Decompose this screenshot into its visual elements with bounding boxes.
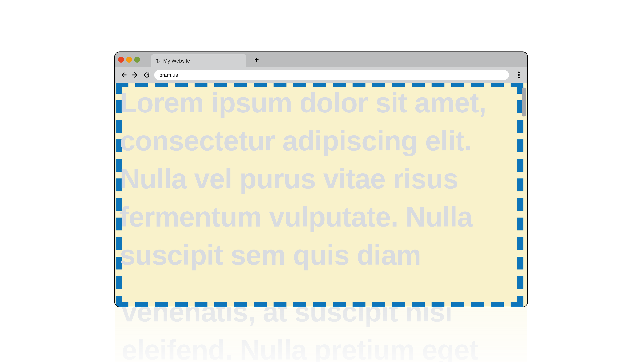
browser-viewport: Lorem ipsum dolor sit amet, consectetur … — [115, 83, 527, 307]
new-tab-button[interactable]: + — [252, 55, 261, 64]
nav-reload-button[interactable] — [142, 71, 151, 79]
browser-menu-button[interactable] — [515, 71, 523, 79]
nav-forward-button[interactable] — [131, 71, 140, 79]
page-body-text: Lorem ipsum dolor sit amet, consectetur … — [120, 84, 518, 274]
plus-icon: + — [254, 55, 259, 64]
kebab-dot-icon — [518, 77, 520, 78]
reload-icon — [144, 72, 150, 78]
window-minimize-button[interactable] — [126, 57, 132, 63]
kebab-dot-icon — [518, 74, 520, 76]
tab-strip: ⇅ My Website + — [115, 52, 527, 67]
window-maximize-button[interactable] — [134, 57, 140, 63]
address-bar[interactable]: bram.us — [154, 70, 509, 80]
browser-tab[interactable]: ⇅ My Website — [151, 54, 246, 67]
arrow-left-icon — [120, 72, 127, 78]
window-close-button[interactable] — [118, 57, 124, 63]
window-controls — [118, 57, 140, 63]
kebab-dot-icon — [518, 71, 520, 73]
address-bar-url: bram.us — [159, 72, 178, 78]
tab-favicon-icon: ⇅ — [156, 58, 160, 63]
browser-window: ⇅ My Website + — [114, 51, 528, 307]
page-content: Lorem ipsum dolor sit amet, consectetur … — [115, 83, 527, 307]
viewport-scrollbar-thumb[interactable] — [522, 87, 526, 116]
arrow-right-icon — [132, 72, 138, 78]
tab-title: My Website — [163, 58, 190, 64]
nav-back-button[interactable] — [120, 71, 128, 79]
browser-toolbar: bram.us — [115, 67, 527, 83]
